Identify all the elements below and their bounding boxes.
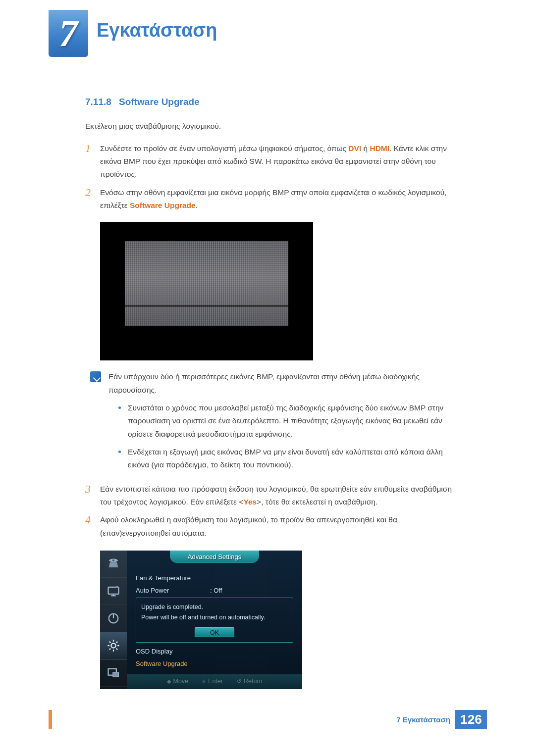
osd-footer: ◆Move ⎆Enter ↺Return xyxy=(127,674,302,689)
chapter-tab: 7 xyxy=(49,10,88,57)
page-content: 7.11.8 Software Upgrade Εκτέλεση μιας αν… xyxy=(85,94,462,689)
footer-label: 7 Εγκατάσταση xyxy=(396,715,450,724)
foot-return: ↺Return xyxy=(237,676,263,687)
note-icon xyxy=(90,371,101,382)
foot-move: ◆Move xyxy=(167,676,189,687)
section-heading: 7.11.8 Software Upgrade xyxy=(85,94,462,110)
step-2: 2 Ενόσω στην οθόνη εμφανίζεται μια εικόν… xyxy=(85,186,462,212)
step-number: 3 xyxy=(85,483,100,509)
step-text: Εάν εντοπιστεί κάποια πιο πρόσφατη έκδοσ… xyxy=(100,483,462,509)
step-number: 4 xyxy=(85,513,100,540)
note-bullet: Ενδέχεται η εξαγωγή μιας εικόνας BMP να … xyxy=(118,446,462,472)
svg-rect-1 xyxy=(108,587,119,594)
chapter-number: 7 xyxy=(59,12,78,55)
note: Εάν υπάρχουν δύο ή περισσότερες εικόνες … xyxy=(90,370,462,476)
step-4: 4 Αφού ολοκληρωθεί η αναβάθμιση του λογι… xyxy=(85,513,462,540)
sidebar-item-power[interactable] xyxy=(100,605,127,632)
return-icon: ↺ xyxy=(237,677,241,686)
chapter-title: Εγκατάσταση xyxy=(97,20,217,41)
page-number: 126 xyxy=(455,710,487,729)
dialog-line1: Upgrade is completed. xyxy=(141,602,288,612)
step-number: 2 xyxy=(85,186,100,212)
section-number: 7.11.8 xyxy=(85,97,111,107)
osd-item-software-upgrade[interactable]: Software Upgrade xyxy=(136,658,293,670)
footer-accent xyxy=(49,710,52,729)
note-bullet: Συνιστάται ο χρόνος που μεσολαβεί μεταξύ… xyxy=(118,402,462,441)
osd-dialog: Upgrade is completed. Power will be off … xyxy=(136,598,293,643)
bullet-icon xyxy=(118,406,121,409)
svg-rect-5 xyxy=(113,672,119,677)
dvi-label: DVI xyxy=(348,144,361,152)
sidebar-item-picture[interactable] xyxy=(100,551,127,578)
static-noise xyxy=(125,306,288,326)
foot-enter: ⎆Enter xyxy=(202,676,223,687)
step-text: Συνδέστε το προϊόν σε έναν υπολογιστή μέ… xyxy=(100,142,462,181)
sidebar-item-settings[interactable] xyxy=(100,632,127,659)
sidebar-item-screen[interactable] xyxy=(100,578,127,605)
picture-icon xyxy=(107,557,120,571)
intro-text: Εκτέλεση μιας αναβάθμισης λογισμικού. xyxy=(85,120,462,133)
power-icon xyxy=(107,611,120,625)
pip-icon xyxy=(107,666,120,680)
bmp-screenshot xyxy=(100,222,313,360)
osd-title: Advanced Settings xyxy=(170,551,259,563)
enter-icon: ⎆ xyxy=(202,677,206,686)
step-1: 1 Συνδέστε το προϊόν σε έναν υπολογιστή … xyxy=(85,142,462,181)
sidebar-item-pip[interactable] xyxy=(100,659,127,687)
bullet-icon xyxy=(118,451,121,453)
note-body: Εάν υπάρχουν δύο ή περισσότερες εικόνες … xyxy=(108,370,462,476)
hdmi-label: HDMI xyxy=(370,144,389,152)
section-title: Software Upgrade xyxy=(119,97,200,107)
ok-button[interactable]: OK xyxy=(195,627,234,637)
static-noise xyxy=(125,241,288,305)
software-upgrade-label: Software Upgrade xyxy=(130,201,196,209)
step-text: Αφού ολοκληρωθεί η αναβάθμιση του λογισμ… xyxy=(100,513,462,540)
osd-item-auto-power[interactable]: Auto Power : Off xyxy=(136,584,293,597)
svg-point-0 xyxy=(112,559,115,562)
auto-power-value: : Off xyxy=(210,585,222,596)
page-footer: 7 Εγκατάσταση 126 xyxy=(49,710,487,729)
osd-item-osd-display[interactable]: OSD Display xyxy=(136,646,293,658)
yes-label: Yes xyxy=(243,498,257,506)
osd-sidebar xyxy=(100,551,127,689)
step-text: Ενόσω στην οθόνη εμφανίζεται μια εικόνα … xyxy=(100,186,462,212)
dialog-line2: Power will be off and turned on automati… xyxy=(141,612,288,623)
step-number: 1 xyxy=(85,142,100,181)
osd-screenshot: Advanced Settings Fan & Temperature Auto… xyxy=(100,551,302,689)
svg-point-3 xyxy=(111,643,115,648)
osd-item-fan[interactable]: Fan & Temperature xyxy=(136,572,293,584)
osd-main: Advanced Settings Fan & Temperature Auto… xyxy=(127,551,302,689)
note-main: Εάν υπάρχουν δύο ή περισσότερες εικόνες … xyxy=(108,370,462,397)
step-3: 3 Εάν εντοπιστεί κάποια πιο πρόσφατη έκδ… xyxy=(85,483,462,509)
screen-icon xyxy=(107,584,120,598)
gear-icon xyxy=(107,639,120,653)
updown-icon: ◆ xyxy=(167,677,171,686)
